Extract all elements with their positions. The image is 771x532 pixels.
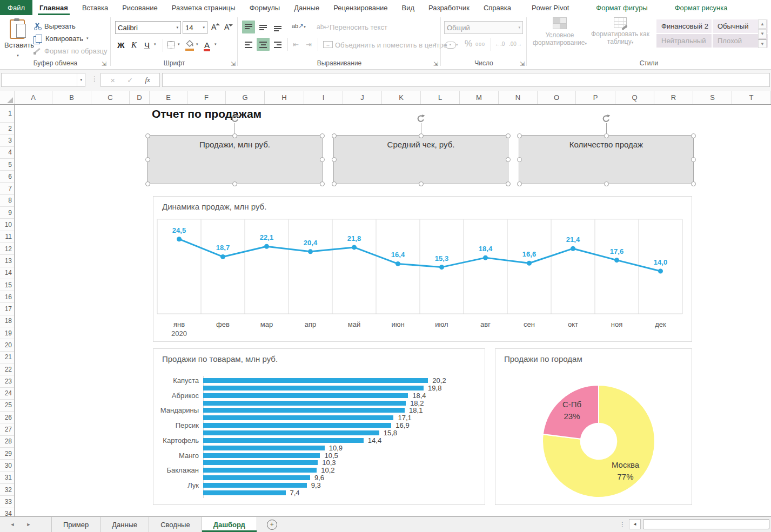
sheet-nav-left-icon[interactable]: ◄ xyxy=(4,517,21,532)
ribbon-tab-7[interactable]: Рецензирование xyxy=(326,0,394,15)
row-header-17[interactable]: 17 xyxy=(0,303,14,315)
bar-9[interactable] xyxy=(203,438,364,443)
borders-button[interactable] xyxy=(167,39,175,51)
select-all-corner[interactable] xyxy=(0,91,15,104)
selection-handle[interactable] xyxy=(320,157,325,162)
column-header-F[interactable]: F xyxy=(187,91,226,104)
bar-12[interactable] xyxy=(203,460,318,465)
selection-handle[interactable] xyxy=(517,133,522,138)
decrease-indent-button[interactable]: ⇤ xyxy=(293,41,299,49)
sheet-tab-4[interactable]: Дашборд xyxy=(202,517,257,532)
row-header-14[interactable]: 14 xyxy=(0,267,14,279)
ribbon-tab-6[interactable]: Данные xyxy=(287,0,326,15)
column-header-P[interactable]: P xyxy=(576,91,615,104)
selection-handle[interactable] xyxy=(320,133,325,138)
row-header-8[interactable]: 8 xyxy=(0,195,14,207)
selection-handle[interactable] xyxy=(506,133,511,138)
bar-2[interactable] xyxy=(203,386,424,390)
selection-handle[interactable] xyxy=(332,133,337,138)
column-header-O[interactable]: O xyxy=(538,91,576,104)
hscroll-left-icon[interactable]: ◄ xyxy=(629,519,641,529)
underline-button[interactable]: Ч xyxy=(144,39,150,51)
selection-handle[interactable] xyxy=(145,181,150,186)
ribbon-tab-9[interactable]: Разработчик xyxy=(421,0,477,15)
column-header-J[interactable]: J xyxy=(343,91,382,104)
ribbon-tab-1[interactable]: Главная xyxy=(32,0,75,15)
rotate-handle-icon[interactable] xyxy=(601,114,611,124)
row-header-4[interactable]: 4 xyxy=(0,147,14,159)
merge-dropdown-icon[interactable] xyxy=(434,42,437,46)
selection-handle[interactable] xyxy=(419,133,424,138)
kpi-shape-2[interactable]: Средний чек, руб. xyxy=(333,135,508,184)
number-format-combo[interactable]: Общий xyxy=(444,21,523,34)
column-header-D[interactable]: D xyxy=(130,91,150,104)
selection-handle[interactable] xyxy=(320,181,325,186)
bar-4[interactable] xyxy=(203,401,406,406)
align-bottom-button[interactable] xyxy=(271,21,284,33)
selection-handle[interactable] xyxy=(691,157,696,162)
bar-3[interactable] xyxy=(203,393,408,398)
decrease-decimal-button[interactable]: .00→ xyxy=(509,41,522,47)
format-painter-button[interactable]: Формат по образцу xyxy=(33,45,108,56)
align-middle-button[interactable] xyxy=(257,21,270,33)
comma-style-button[interactable]: 000 xyxy=(475,42,485,47)
row-header-1[interactable]: 1 xyxy=(0,105,14,123)
column-header-L[interactable]: L xyxy=(421,91,460,104)
row-header-11[interactable]: 11 xyxy=(0,231,14,243)
name-box[interactable] xyxy=(1,73,85,87)
ribbon-tab-11[interactable]: Power Pivot xyxy=(525,0,576,15)
tab-scroll-splitter[interactable]: ⋮ xyxy=(619,517,626,532)
donut-chart[interactable]: Москва77%С-Пб23% Продажи по городам xyxy=(495,348,692,505)
enter-icon[interactable]: ✓ xyxy=(127,76,133,84)
column-header-C[interactable]: C xyxy=(91,91,130,104)
selection-handle[interactable] xyxy=(145,157,150,162)
row-header-6[interactable]: 6 xyxy=(0,171,14,183)
selection-handle[interactable] xyxy=(506,157,511,162)
merge-center-button[interactable]: Объединить и поместить в центре xyxy=(335,41,447,49)
cell-style-tile-3[interactable]: Нейтральный xyxy=(656,34,712,48)
row-header-27[interactable]: 27 xyxy=(0,423,14,435)
increase-decimal-button[interactable]: ←.0 xyxy=(495,41,505,47)
row-header-25[interactable]: 25 xyxy=(0,400,14,412)
selection-handle[interactable] xyxy=(332,181,337,186)
align-left-button[interactable] xyxy=(242,38,255,51)
accounting-format-icon[interactable] xyxy=(445,42,456,49)
gallery-up-icon[interactable]: ▲ xyxy=(758,19,767,29)
bar-10[interactable] xyxy=(203,446,325,450)
row-header-19[interactable]: 19 xyxy=(0,327,14,339)
rotate-handle-icon[interactable] xyxy=(230,114,240,124)
font-name-combo[interactable]: Calibri xyxy=(115,21,181,34)
ribbon-tab-2[interactable]: Вставка xyxy=(75,0,115,15)
selection-handle[interactable] xyxy=(691,133,696,138)
conditional-formatting-button[interactable]: Условное форматирование xyxy=(529,17,590,48)
ribbon-tab-12[interactable]: Формат фигуры xyxy=(589,0,654,15)
row-header-18[interactable]: 18 xyxy=(0,315,14,327)
column-header-T[interactable]: T xyxy=(732,91,771,104)
selection-handle[interactable] xyxy=(419,181,424,186)
font-color-button[interactable]: А xyxy=(204,39,210,51)
row-header-15[interactable]: 15 xyxy=(0,279,14,291)
borders-dropdown-icon[interactable] xyxy=(178,42,180,46)
bar-16[interactable] xyxy=(203,490,286,495)
column-header-A[interactable]: A xyxy=(15,91,52,104)
bar-chart[interactable]: 20,2Капуста19,818,4Абрикос18,218,1Мандар… xyxy=(153,348,485,505)
row-header-13[interactable]: 13 xyxy=(0,255,14,267)
italic-button[interactable]: К xyxy=(131,39,137,51)
format-as-table-button[interactable]: Форматировать как таблицу xyxy=(590,17,651,46)
row-header-5[interactable]: 5 xyxy=(0,159,14,171)
orientation-button[interactable]: ab↗ xyxy=(292,22,306,30)
ribbon-tab-4[interactable]: Разметка страницы xyxy=(165,0,243,15)
sheet-tab-3[interactable]: Сводные xyxy=(149,517,202,532)
bar-13[interactable] xyxy=(203,468,317,473)
row-header-24[interactable]: 24 xyxy=(0,388,14,400)
bar-8[interactable] xyxy=(203,430,379,435)
fill-color-button[interactable] xyxy=(185,38,194,50)
font-dialog-launcher[interactable]: ⇲ xyxy=(231,61,236,66)
bar-7[interactable] xyxy=(203,423,391,428)
selection-handle[interactable] xyxy=(517,157,522,162)
ribbon-tab-8[interactable]: Вид xyxy=(395,0,422,15)
selection-handle[interactable] xyxy=(604,133,609,138)
cell-style-tile-1[interactable]: Финансовый 2 xyxy=(656,19,712,33)
column-header-N[interactable]: N xyxy=(499,91,538,104)
wrap-text-button[interactable]: Переносить текст xyxy=(330,23,387,31)
